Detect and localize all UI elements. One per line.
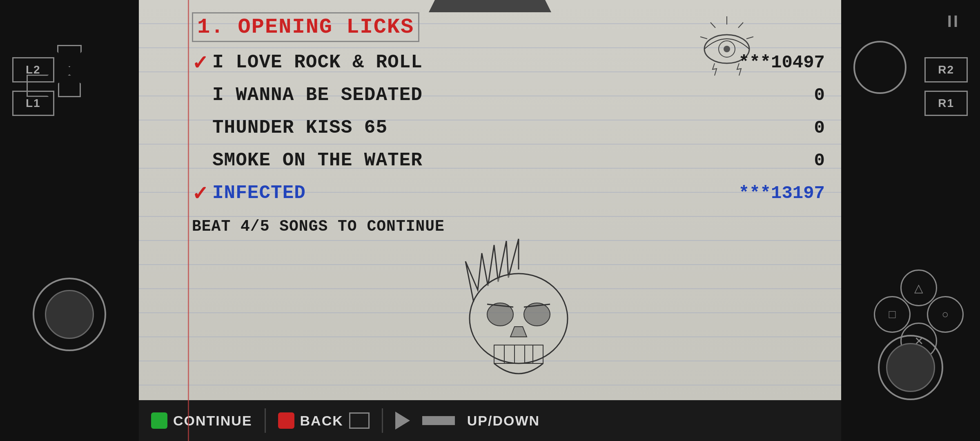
r2-button[interactable]: R2 xyxy=(924,57,968,82)
song-score: 0 xyxy=(735,150,825,171)
song-name: I Wanna Be Sedated xyxy=(212,85,735,106)
song-check: ✓ xyxy=(192,51,212,74)
right-panel: II R2 R1 △ □ ○ ✕ xyxy=(841,0,980,441)
updown-rect-icon xyxy=(422,416,455,425)
song-row[interactable]: Smoke On The Water 0 xyxy=(192,144,825,177)
right-analog-inner xyxy=(886,343,935,392)
separator-1 xyxy=(265,408,266,433)
screen: L2 L1 xyxy=(0,0,980,441)
right-analog-stick[interactable] xyxy=(878,335,943,400)
left-analog-inner xyxy=(45,290,94,339)
dpad-wrap xyxy=(33,49,106,122)
continue-label: CONTINUE xyxy=(173,413,252,429)
play-icon xyxy=(395,412,410,430)
dpad-left[interactable] xyxy=(27,75,49,97)
left-panel: L2 L1 xyxy=(0,0,139,441)
song-name: Smoke On The Water xyxy=(212,150,735,171)
big-circle-button[interactable] xyxy=(853,41,906,94)
song-row[interactable]: Thunder Kiss 65 0 xyxy=(192,111,825,144)
dpad-up-shield[interactable] xyxy=(57,45,82,67)
song-check: ✓ xyxy=(192,182,212,205)
section-title-box: 1. Opening Licks xyxy=(192,12,419,42)
notebook-binding xyxy=(429,0,551,12)
dpad xyxy=(33,49,106,122)
skull-svg xyxy=(441,237,596,392)
notebook-bg: 1. Opening Licks ✓ I Love Rock & Roll **… xyxy=(139,0,841,441)
back-square-icon xyxy=(349,412,370,429)
triangle-button[interactable]: △ xyxy=(900,270,937,306)
beat-message: Beat 4/5 songs to continue xyxy=(192,218,825,235)
updown-button[interactable]: UP/DOWN xyxy=(395,412,540,430)
song-row[interactable]: ✓ Infected ***13197 xyxy=(192,177,825,209)
song-row[interactable]: I Wanna Be Sedated 0 xyxy=(192,79,825,111)
square-button[interactable]: □ xyxy=(874,296,911,333)
dpad-center xyxy=(58,74,81,97)
song-score: 0 xyxy=(735,85,825,105)
skull-drawing xyxy=(441,237,604,400)
pause-button[interactable]: II xyxy=(947,12,960,31)
song-row[interactable]: ✓ I Love Rock & Roll ***10497 xyxy=(192,46,825,79)
circle-button[interactable]: ○ xyxy=(927,296,964,333)
section-title: 1. Opening Licks xyxy=(192,12,825,42)
song-name: Thunder Kiss 65 xyxy=(212,117,735,138)
bottom-bar: CONTINUE BACK UP/DOWN xyxy=(139,400,841,441)
song-score: 0 xyxy=(735,118,825,138)
back-button[interactable]: BACK xyxy=(278,412,370,429)
continue-button[interactable]: CONTINUE xyxy=(151,412,252,429)
left-analog-stick[interactable] xyxy=(33,278,106,351)
continue-indicator xyxy=(151,412,167,429)
song-score: ***13197 xyxy=(735,183,825,203)
separator-2 xyxy=(382,408,383,433)
back-label: BACK xyxy=(300,413,343,429)
right-shoulder-buttons: R2 R1 xyxy=(924,57,968,116)
game-panel: 1. Opening Licks ✓ I Love Rock & Roll **… xyxy=(139,0,841,441)
r1-button[interactable]: R1 xyxy=(924,91,968,116)
song-score: ***10497 xyxy=(735,52,825,73)
song-name: Infected xyxy=(212,183,735,204)
updown-label: UP/DOWN xyxy=(467,413,540,429)
svg-point-8 xyxy=(470,274,568,363)
back-indicator xyxy=(278,412,294,429)
song-list: 1. Opening Licks ✓ I Love Rock & Roll **… xyxy=(192,12,825,235)
song-name: I Love Rock & Roll xyxy=(212,52,735,73)
